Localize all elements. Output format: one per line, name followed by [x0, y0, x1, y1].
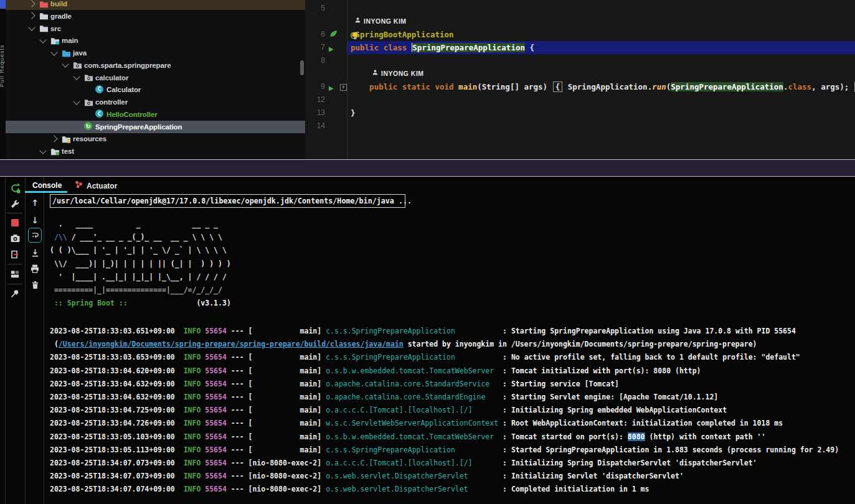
chevron-right-icon[interactable]	[28, 12, 35, 19]
log-separator	[498, 446, 503, 454]
log-logger: o.s.b.w.embedded.tomcat.TomcatWebServer	[326, 432, 498, 441]
code-token: {	[553, 82, 563, 92]
tree-item-Calculator[interactable]: CCalculator	[6, 83, 305, 96]
line-number: 5	[305, 2, 325, 15]
line-number: 13	[305, 106, 325, 119]
package-icon	[73, 60, 82, 70]
chevron-right-icon[interactable]	[50, 135, 57, 142]
fold-expand-icon[interactable]: +	[340, 84, 347, 91]
tab-actuator[interactable]: Actuator	[75, 180, 117, 192]
log-thread: nio-8080-exec-2	[252, 485, 317, 493]
log-separator: --- [	[227, 327, 253, 335]
exit-button[interactable]	[8, 248, 22, 261]
log-separator	[498, 459, 503, 467]
chevron-down-icon[interactable]	[28, 24, 35, 30]
editor-line-12[interactable]: 12	[305, 93, 855, 106]
code-editor[interactable]: 5INYONG KIM6@SpringBootApplication7▶publ…	[305, 0, 855, 160]
log-timestamp: 2023-08-25T18:33:03.653+09:00	[50, 353, 175, 362]
stop-button[interactable]	[8, 217, 22, 229]
author-inlay: INYONG KIM	[351, 67, 424, 80]
arrow-up-button[interactable]: ↑	[28, 197, 42, 209]
tree-item-java[interactable]: java	[6, 47, 305, 59]
tree-item-main[interactable]: main	[6, 34, 305, 47]
code-line-content[interactable]: }	[351, 106, 356, 119]
tree-item-SpringPrepareApplication[interactable]: ↻SpringPrepareApplication	[6, 121, 305, 133]
tree-item-resources[interactable]: resources	[6, 133, 305, 145]
log-thread: nio-8080-exec-2	[252, 459, 317, 467]
tree-item-gradle[interactable]: gradle	[6, 10, 305, 22]
editor-line-13[interactable]: 13}	[305, 106, 855, 119]
author-inlay: INYONG KIM	[351, 15, 407, 28]
tab-console[interactable]: Console	[32, 181, 62, 190]
editor-line-9[interactable]: 9▶+ public static void main(String[] arg…	[305, 80, 855, 93]
run-arrow-icon[interactable]: ▶	[329, 82, 339, 91]
tree-item-label: controller	[95, 98, 128, 106]
chevron-down-icon[interactable]	[73, 73, 80, 80]
log-message: : Initializing Spring DispatcherServlet …	[503, 459, 757, 467]
log-timestamp: 2023-08-25T18:33:03.651+09:00	[50, 327, 175, 335]
settings-wrench-button[interactable]	[8, 198, 22, 210]
tree-item-label: main	[62, 37, 78, 44]
console-log-line: 2023-08-25T18:33:04.632+09:00 INFO 55654…	[50, 391, 839, 404]
tree-item-test[interactable]: test	[6, 145, 305, 157]
log-message: : Root WebApplicationContext: initializa…	[503, 419, 783, 427]
code-token: public static void	[369, 82, 458, 91]
tree-item-src[interactable]: src	[6, 22, 305, 35]
tree-item-label: gradle	[50, 12, 72, 20]
chevron-down-icon[interactable]	[39, 147, 46, 154]
scroll-to-end-button[interactable]	[28, 246, 42, 259]
soft-wrap-button[interactable]	[28, 229, 42, 241]
tree-item-label: Calculator	[106, 86, 141, 93]
tree-scrollbar-thumb[interactable]	[300, 60, 304, 75]
log-separator: ]	[317, 419, 326, 427]
pin-button[interactable]	[8, 287, 22, 300]
log-level: INFO	[175, 327, 201, 335]
project-tree-panel: buildgradlesrcmainjavacom.sparta.springp…	[6, 0, 306, 160]
editor-line-7[interactable]: 7▶public class SpringPrepareApplication …	[305, 41, 855, 54]
run-command-line[interactable]: /usr/local/Cellar/openjdk@17/17.0.8/libe…	[50, 194, 405, 208]
banner-line: :: Spring Boot :: (v3.1.3)	[50, 297, 231, 310]
tree-item-com.sparta.springprepare[interactable]: com.sparta.springprepare	[6, 59, 305, 72]
log-thread: main	[252, 366, 317, 375]
tree-item-HelloController[interactable]: CHelloController	[6, 108, 305, 121]
chevron-down-icon[interactable]	[73, 98, 80, 105]
code-line-content[interactable]: public static void main(String[] args) {…	[351, 80, 855, 93]
tree-item-calculator[interactable]: calculator	[6, 72, 305, 84]
console-log-line: 2023-08-25T18:33:03.651+09:00 INFO 55654…	[50, 325, 839, 338]
arrow-down-button[interactable]: ↓	[28, 214, 42, 226]
log-message: : No active profile set, falling back to…	[503, 353, 800, 362]
code-line-content[interactable]: @SpringBootApplication	[351, 28, 454, 41]
highlighted-port: 8080	[628, 432, 645, 441]
banner-text	[50, 299, 54, 307]
editor-line-6[interactable]: 6@SpringBootApplication	[305, 28, 855, 41]
log-message: : Starting Servlet engine: [Apache Tomca…	[503, 393, 718, 401]
log-message: : Completed initialization in 1 ms	[503, 485, 649, 493]
chevron-right-icon[interactable]	[28, 0, 35, 7]
rerun-button[interactable]	[8, 182, 22, 194]
console-file-link[interactable]: /Users/inyongkim/Documents/spring-prepar…	[59, 340, 404, 348]
log-message: (http) with context path ''	[645, 432, 766, 441]
editor-line-5[interactable]: 5	[305, 2, 855, 15]
editor-line-14[interactable]: 14	[305, 119, 855, 133]
active-toolwindow-indicator[interactable]	[0, 0, 6, 9]
person-icon	[372, 67, 381, 80]
console-log-output[interactable]: 2023-08-25T18:33:03.651+09:00 INFO 55654…	[50, 325, 839, 497]
clear-trash-button[interactable]	[28, 279, 42, 291]
editor-line-8[interactable]: 8	[305, 54, 855, 67]
spring-leaf-icon[interactable]	[329, 29, 339, 39]
chevron-down-icon[interactable]	[62, 61, 68, 68]
thread-dump-camera-button[interactable]	[8, 232, 22, 245]
chevron-down-icon[interactable]	[50, 49, 57, 55]
tree-item-label: SpringPrepareApplication	[95, 123, 182, 131]
code-token: {	[525, 43, 534, 52]
code-line-content[interactable]: public class SpringPrepareApplication {	[351, 41, 534, 54]
tree-item-controller[interactable]: controller	[6, 96, 305, 108]
tree-item-build[interactable]: build	[6, 0, 305, 10]
run-arrow-icon[interactable]: ▶	[329, 42, 339, 52]
log-logger: o.apache.catalina.core.StandardEngine	[326, 393, 498, 401]
chevron-down-icon[interactable]	[39, 36, 46, 43]
print-button[interactable]	[28, 263, 42, 275]
log-logger: o.s.web.servlet.DispatcherServlet	[326, 472, 498, 480]
restore-layout-button[interactable]	[8, 268, 22, 280]
log-separator: --- [	[227, 472, 253, 480]
